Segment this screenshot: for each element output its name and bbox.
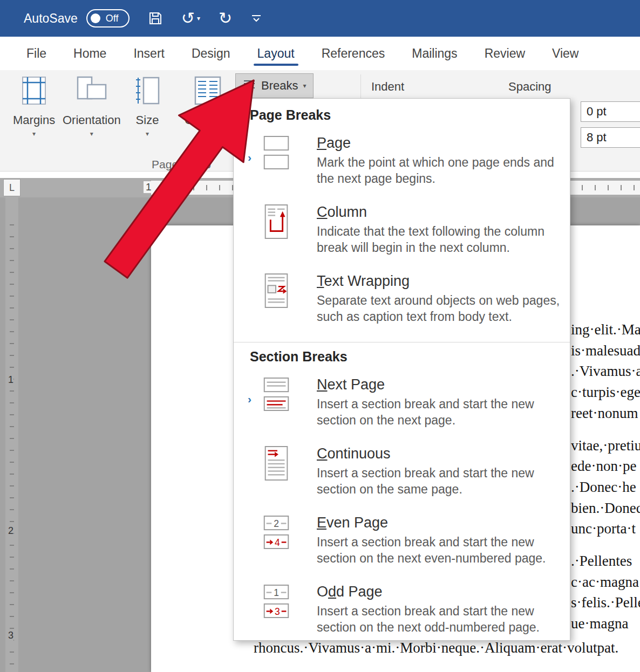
menu-item-title: Next Page	[317, 376, 561, 393]
customize-toolbar-icon	[250, 12, 262, 24]
menu-item-title: Text Wrapping	[317, 273, 561, 290]
autosave-label: AutoSave	[24, 11, 78, 26]
ruler-number: 1	[8, 373, 13, 387]
menu-item-page[interactable]: ›PageMark the point at which one page en…	[234, 135, 570, 188]
save-icon	[148, 11, 163, 26]
spacing-section-label: Spacing	[508, 80, 552, 94]
columns-button[interactable]: Columns ▾	[185, 76, 232, 138]
word-window: AutoSave Off ↺ ▾ ↻ FileHomeInsertDesi	[0, 0, 640, 672]
tab-selector-icon: L	[9, 182, 15, 194]
menu-item-description: Separate text around objects on web page…	[317, 292, 561, 325]
document-text-line: is·malesuad	[571, 340, 640, 361]
menu-item-continuous[interactable]: ContinuousInsert a section break and sta…	[234, 445, 570, 498]
spacing-after-value: 8 pt	[587, 131, 607, 145]
document-text-line: rhoncus.·Vivamus·a·mi.·Morbi·neque.·Aliq…	[254, 640, 618, 656]
current-indicator-icon	[248, 204, 260, 220]
text-wrapping-icon	[260, 273, 293, 308]
chevron-down-icon: ▾	[32, 130, 36, 138]
ribbon-tabs: FileHomeInsertDesignLayoutReferencesMail…	[0, 37, 640, 70]
indent-section-label: Indent	[371, 80, 404, 94]
titlebar: AutoSave Off ↺ ▾ ↻	[0, 0, 640, 37]
menu-item-description: Insert a section break and start the new…	[317, 603, 561, 635]
document-text-line: bien.·Donec	[571, 498, 640, 519]
undo-icon: ↺	[181, 10, 195, 26]
orientation-button[interactable]: Orientation ▾	[63, 76, 121, 138]
menu-item-column[interactable]: ColumnIndicate that the text following t…	[234, 204, 570, 257]
page-icon	[260, 135, 293, 170]
document-text-line: ede·non·pe	[571, 456, 640, 477]
menu-item-title: Odd Page	[317, 584, 561, 600]
tab-view[interactable]: View	[539, 37, 592, 70]
tab-selector[interactable]: L	[3, 179, 21, 196]
size-button[interactable]: Size ▾	[135, 76, 160, 138]
breaks-menu-body: Page Breaks›PageMark the point at which …	[234, 107, 570, 636]
tab-references[interactable]: References	[308, 37, 399, 70]
breaks-button[interactable]: Breaks ▾	[235, 73, 314, 98]
autosave-state: Off	[106, 13, 119, 24]
orientation-icon	[76, 76, 107, 106]
ruler-number: 1	[144, 181, 154, 193]
tab-file[interactable]: File	[13, 37, 60, 70]
save-button[interactable]	[148, 11, 163, 26]
margins-button[interactable]: Margins ▾	[13, 76, 55, 138]
tab-home[interactable]: Home	[60, 37, 120, 70]
odd-page-icon	[260, 584, 293, 619]
paragraph: .·Pellentesc·ac·magnas·felis.·Pelleue·ma…	[571, 551, 640, 634]
chevron-down-icon: ▾	[206, 130, 209, 138]
menu-item-title: Continuous	[317, 445, 561, 462]
document-text-line: .·Vivamus·a	[571, 361, 640, 382]
document-text-line: .·Pellentes	[571, 551, 640, 572]
even-page-icon	[260, 515, 293, 550]
ruler-number: 3	[8, 629, 13, 642]
menu-item-odd-page[interactable]: Odd PageInsert a section break and start…	[234, 584, 570, 636]
paragraph: vitae,·pretiuede·non·pe.·Donec·hebien.·D…	[571, 435, 640, 540]
menu-item-title: Even Page	[317, 515, 561, 531]
spacing-after-input[interactable]: 8 pt	[581, 127, 640, 148]
current-indicator-icon	[248, 273, 260, 289]
menu-divider	[234, 342, 570, 342]
menu-item-description: Insert a section break and start the new…	[317, 465, 561, 497]
tab-mailings[interactable]: Mailings	[398, 37, 471, 70]
size-icon	[135, 76, 160, 106]
spacing-before-value: 0 pt	[587, 105, 607, 119]
menu-item-description: Mark the point at which one page ends an…	[317, 154, 561, 187]
menu-section-header: Section Breaks	[250, 349, 570, 365]
menu-item-next-page[interactable]: ›Next PageInsert a section break and sta…	[234, 376, 570, 429]
current-indicator-icon: ›	[248, 376, 260, 406]
menu-item-title: Page	[317, 135, 561, 152]
document-text-line: reet·nonum	[571, 403, 640, 424]
current-indicator-icon: ›	[248, 135, 260, 164]
next-page-icon	[260, 376, 293, 412]
document-text-line: vitae,·pretiu	[571, 435, 640, 456]
chevron-down-icon: ▾	[146, 130, 149, 138]
document-text-line: c·ac·magna	[571, 572, 640, 593]
orientation-label: Orientation	[63, 113, 121, 127]
redo-icon: ↻	[219, 10, 232, 26]
margins-icon	[21, 76, 47, 106]
document-text-line: ue·magna	[571, 613, 640, 634]
toggle-knob-icon	[91, 13, 100, 23]
menu-item-text-wrapping[interactable]: Text WrappingSeparate text around object…	[234, 273, 570, 326]
chevron-down-icon: ▾	[303, 82, 306, 90]
undo-button[interactable]: ↺ ▾	[181, 10, 200, 26]
autosave-toggle[interactable]: Off	[86, 9, 130, 28]
menu-section-header: Page Breaks	[250, 107, 570, 123]
tab-review[interactable]: Review	[471, 37, 539, 70]
menu-item-description: Insert a section break and start the new…	[317, 534, 561, 566]
margins-label: Margins	[13, 113, 55, 127]
tab-design[interactable]: Design	[178, 37, 244, 70]
vertical-ruler[interactable]: 123	[5, 197, 18, 672]
redo-button[interactable]: ↻	[219, 10, 232, 26]
chevron-down-icon: ▾	[90, 130, 93, 138]
document-text-line: unc·porta·t	[571, 518, 640, 539]
customize-quick-access-button[interactable]	[250, 12, 262, 24]
spacing-before-input[interactable]: 0 pt	[581, 101, 640, 122]
document-text-line: .·Donec·he	[571, 477, 640, 498]
columns-icon	[194, 76, 222, 106]
menu-item-even-page[interactable]: Even PageInsert a section break and star…	[234, 515, 570, 567]
tab-layout[interactable]: Layout	[244, 37, 308, 70]
tab-insert[interactable]: Insert	[120, 37, 178, 70]
document-text-line: c·turpis·ege	[571, 382, 640, 403]
document-text-line: s·felis.·Pelle	[571, 592, 640, 613]
columns-label: Columns	[185, 113, 232, 127]
